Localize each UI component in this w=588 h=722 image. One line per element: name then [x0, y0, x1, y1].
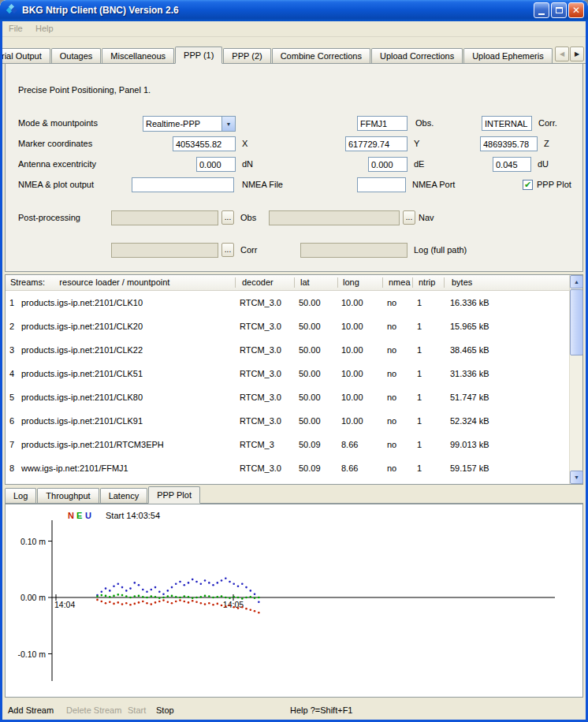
close-button[interactable]: ✕ — [568, 2, 584, 18]
post-corr-label: Corr — [240, 243, 257, 258]
cell-row-number: 1 — [6, 291, 18, 314]
stream-row-7[interactable]: 7products.igs-ip.net:2101/RTCM3EPHRTCM_3… — [6, 433, 569, 456]
minimize-button[interactable] — [534, 2, 549, 18]
header-decoder: decoder — [242, 275, 274, 290]
bottom-tab-latency-label: Latency — [109, 491, 140, 501]
tab-miscellaneous[interactable]: Miscellaneous — [102, 48, 174, 63]
titlebar[interactable]: BKG Ntrip Client (BNC) Version 2.6 ✕ — [0, 0, 588, 21]
cell-nmea: no — [387, 409, 396, 433]
scroll-down-button[interactable]: ▼ — [570, 471, 583, 484]
cell-bytes: 38.465 kB — [450, 338, 489, 362]
bottom-tab-throughput-label: Throughput — [46, 491, 90, 501]
stream-row-4[interactable]: 4products.igs-ip.net:2101/CLK51RTCM_3.05… — [6, 362, 569, 385]
obs-label: Obs. — [415, 116, 434, 131]
marker-coordinates-label: Marker coordinates — [18, 136, 92, 151]
cell-bytes: 16.336 kB — [450, 291, 489, 314]
tab-upload-ephemeris-label: Upload Ephemeris — [472, 51, 544, 61]
post-nav-label: Nav — [419, 210, 434, 225]
cell-bytes: 59.157 kB — [450, 456, 489, 480]
maximize-button[interactable] — [551, 2, 567, 18]
cell-lat: 50.00 — [299, 385, 321, 409]
de-input[interactable] — [368, 157, 408, 172]
obs-mountpoint-input[interactable] — [357, 116, 408, 131]
stream-row-8[interactable]: 8www.igs-ip.net:2101/FFMJ1RTCM_3.050.098… — [6, 456, 569, 480]
cell-lat: 50.00 — [299, 314, 321, 338]
app-icon — [6, 4, 18, 17]
cell-mountpoint: products.igs-ip.net:2101/CLK10 — [21, 291, 143, 314]
nmea-file-label: NMEA File — [242, 177, 283, 192]
x-label: X — [242, 136, 247, 151]
post-obs-browse-button[interactable]: ... — [221, 210, 234, 225]
ppp-plot-checkbox[interactable]: ✔ — [523, 180, 533, 190]
cell-decoder: RTCM_3.0 — [240, 385, 281, 409]
cell-mountpoint: products.igs-ip.net:2101/CLK20 — [21, 314, 143, 338]
ppp-plot-chart: 0.10 m0.00 m-0.10 m14:0414:05NEUStart 14… — [6, 504, 582, 697]
tab-upload-corrections-label: Upload Corrections — [380, 51, 454, 61]
up-arrow-icon: ▲ — [574, 279, 579, 285]
tab-combine-corrections[interactable]: Combine Corrections — [272, 48, 370, 63]
y-coordinate-input[interactable] — [345, 136, 408, 151]
scrollbar-thumb[interactable] — [570, 289, 583, 355]
ppp-plot-panel: 0.10 m0.00 m-0.10 m14:0414:05NEUStart 14… — [5, 504, 583, 698]
add-stream-button[interactable]: Add Stream — [8, 705, 54, 715]
tab-ppp-2[interactable]: PPP (2) — [223, 48, 270, 63]
tab-upload-ephemeris[interactable]: Upload Ephemeris — [463, 48, 553, 63]
stop-button[interactable]: Stop — [156, 705, 174, 715]
cell-decoder: RTCM_3.0 — [240, 314, 281, 338]
tab-scroll-right-button[interactable]: ▶ — [570, 47, 584, 61]
svg-text:E: E — [76, 511, 82, 520]
du-input[interactable] — [493, 157, 531, 172]
bnc-window: BKG Ntrip Client (BNC) Version 2.6 ✕ Fil… — [0, 0, 588, 722]
tab-outages[interactable]: Outages — [51, 48, 102, 63]
stream-row-1[interactable]: 1products.igs-ip.net:2101/CLK10RTCM_3.05… — [6, 291, 569, 314]
menu-help[interactable]: Help — [35, 24, 54, 33]
svg-text:0.10 m: 0.10 m — [20, 537, 46, 546]
cell-nmea: no — [387, 314, 396, 338]
stream-row-3[interactable]: 3products.igs-ip.net:2101/CLK22RTCM_3.05… — [6, 338, 569, 362]
stream-row-6[interactable]: 6products.igs-ip.net:2101/CLK91RTCM_3.05… — [6, 409, 569, 433]
main-tab-bar: rial OutputOutagesMiscellaneousPPP (1)PP… — [2, 46, 586, 64]
cell-row-number: 2 — [6, 314, 18, 338]
streams-table-header: Streams: resource loader / mountpoint de… — [6, 275, 582, 291]
tab-serial-output[interactable]: rial Output — [0, 48, 50, 63]
header-bytes: bytes — [452, 275, 472, 290]
tab-ppp-1[interactable]: PPP (1) — [175, 47, 222, 64]
cell-nmea: no — [387, 385, 396, 409]
scroll-up-button[interactable]: ▲ — [570, 275, 583, 288]
bottom-tab-throughput[interactable]: Throughput — [37, 488, 99, 503]
tab-upload-corrections[interactable]: Upload Corrections — [371, 48, 463, 63]
antenna-excentricity-label: Antenna excentricity — [18, 157, 96, 172]
cell-mountpoint: products.igs-ip.net:2101/CLK51 — [21, 362, 143, 385]
svg-text:-0.10 m: -0.10 m — [17, 649, 46, 659]
post-nav-browse-button[interactable]: ... — [403, 210, 415, 225]
mode-combo[interactable]: Realtime-PPP ▼ — [143, 116, 236, 132]
corr-label: Corr. — [538, 116, 557, 131]
cell-ntrip: 1 — [417, 314, 422, 338]
stream-row-2[interactable]: 2products.igs-ip.net:2101/CLK20RTCM_3.05… — [6, 314, 569, 338]
z-coordinate-input[interactable] — [480, 136, 538, 151]
tab-miscellaneous-label: Miscellaneous — [110, 51, 166, 61]
x-coordinate-input[interactable] — [173, 136, 236, 151]
cell-mountpoint: products.igs-ip.net:2101/CLK80 — [21, 385, 143, 409]
corr-mountpoint-input[interactable] — [482, 116, 532, 131]
streams-scrollbar[interactable]: ▲ ▼ — [569, 275, 582, 484]
bottom-tab-latency[interactable]: Latency — [100, 488, 148, 503]
header-lat: lat — [300, 275, 310, 290]
nmea-port-label: NMEA Port — [412, 177, 455, 192]
cell-long: 10.00 — [341, 362, 363, 385]
post-corr-browse-button[interactable]: ... — [221, 243, 234, 257]
stream-row-5[interactable]: 5products.igs-ip.net:2101/CLK80RTCM_3.05… — [6, 385, 569, 409]
cell-ntrip: 1 — [417, 433, 422, 456]
nmea-file-input[interactable] — [132, 177, 234, 192]
nmea-port-input[interactable] — [357, 177, 406, 192]
cell-row-number: 5 — [6, 385, 18, 409]
delete-stream-button: Delete Stream — [66, 705, 121, 715]
bottom-tab-ppp-plot[interactable]: PPP Plot — [148, 486, 200, 504]
bottom-tab-log[interactable]: Log — [5, 488, 36, 503]
header-mountpoint: Streams: resource loader / mountpoint — [10, 275, 169, 290]
dn-input[interactable] — [196, 157, 236, 172]
chevron-down-icon[interactable]: ▼ — [221, 117, 235, 131]
post-corr-input — [111, 243, 218, 258]
z-label: Z — [544, 136, 549, 151]
menu-file[interactable]: File — [9, 24, 23, 33]
